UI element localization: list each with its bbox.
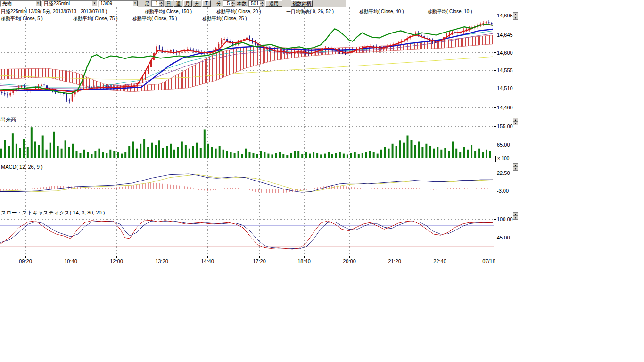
minute-label: 分 — [215, 0, 222, 7]
indicator-label: 移動平均( Close, 5 ) — [1, 16, 43, 22]
period-day-button[interactable]: 日 — [165, 0, 173, 7]
axis-label: 14,460 — [497, 105, 513, 110]
ashi-spinner[interactable]: 1 ▲▼ — [151, 0, 164, 7]
contract-value: 13/09 — [99, 1, 114, 6]
period-tick-button[interactable]: T — [202, 0, 211, 7]
macd-signal-line — [0, 175, 493, 192]
volume-panel-title: 出来高 — [0, 116, 16, 123]
spin-down-icon[interactable]: ▼ — [513, 16, 518, 20]
spin-up-icon[interactable]: ▲ — [513, 12, 518, 16]
spin-down-icon[interactable]: ▼ — [260, 4, 264, 7]
spin-down-icon[interactable]: ▼ — [513, 122, 518, 125]
spin-down-icon[interactable]: ▼ — [513, 216, 518, 220]
axis-label: 22.50 — [497, 170, 510, 176]
axis-label: 20:00 — [343, 258, 356, 264]
indicator-label: 移動平均( Close, 10 ) — [428, 8, 472, 15]
chart-title: 日経225mini 13/09( 5分, 2013/07/13 - 2013/0… — [1, 8, 107, 15]
indicator-label: 移動平均( Close, 75 ) — [132, 16, 177, 22]
indicator-label: 移動平均( Close, 20 ) — [216, 8, 261, 15]
period-minute-button[interactable]: 分 — [193, 0, 201, 7]
bars-spinner[interactable]: 501 ▲▼ — [248, 0, 264, 7]
price-axis-spinner[interactable]: ▲▼ — [513, 12, 518, 20]
indicator-label: 一目均衡表( 9, 26, 52 ) — [286, 8, 334, 15]
axis-label: 10:40 — [64, 258, 77, 264]
spin-down-icon[interactable]: ▼ — [231, 4, 235, 7]
spinner-arrows: ▲▼ — [260, 0, 264, 7]
axis-label: 22:40 — [433, 258, 446, 264]
bars-label: 本数 — [236, 0, 248, 7]
indicator-label: 移動平均( Close, 25 ) — [202, 16, 247, 22]
axis-label: -3.00 — [497, 188, 509, 194]
apply-button[interactable]: 適用 — [265, 0, 282, 7]
axis-label: 13:20 — [155, 258, 168, 264]
category-select[interactable]: 先物 ▼ — [0, 0, 41, 7]
macd-histogram — [1, 182, 487, 193]
stoch-percent-D — [0, 221, 493, 249]
axis-label: 14,600 — [497, 50, 513, 56]
volume-multiplier-badge: × 100 — [495, 156, 511, 162]
stoch-axis-spinner[interactable]: ▲▼ — [513, 212, 518, 220]
dropdown-arrow-icon[interactable]: ▼ — [132, 1, 138, 6]
dropdown-arrow-icon[interactable]: ▼ — [92, 1, 97, 6]
ashi-value: 1 — [151, 0, 159, 7]
volume-bars — [0, 127, 491, 158]
spinner-arrows: ▲▼ — [159, 0, 164, 7]
spin-down-icon[interactable]: ▼ — [159, 4, 164, 7]
axis-label: 09:20 — [19, 258, 32, 264]
indicator-label: 移動平均( Close, 40 ) — [359, 8, 404, 15]
indicator-label: 移動平均( Close, 150 ) — [145, 8, 192, 15]
symbol-select[interactable]: 日経225mini ▼ — [42, 0, 98, 7]
spin-up-icon[interactable]: ▲ — [513, 163, 518, 167]
axis-label: 07/18 — [482, 258, 495, 264]
axis-label: 155.00 — [497, 123, 513, 129]
axis-label: 14:40 — [201, 258, 214, 264]
axis-label: 17:20 — [253, 258, 266, 264]
spin-up-icon[interactable]: ▲ — [513, 118, 518, 122]
macd-line — [0, 174, 493, 192]
ashi-label: 足 — [144, 0, 150, 7]
dropdown-arrow-icon[interactable]: ▼ — [35, 1, 41, 6]
axis-label: 21:20 — [388, 258, 401, 264]
macd-panel-title: MACD( 12, 26, 9 ) — [1, 164, 43, 170]
volume-axis-spinner[interactable]: ▲▼ — [513, 118, 518, 125]
chart-canvas[interactable] — [0, 0, 519, 271]
macd-axis-spinner[interactable]: ▲▼ — [513, 163, 518, 171]
axis-label: 14,510 — [497, 85, 513, 91]
axis-label: 14,695 — [497, 13, 513, 18]
minute-spinner[interactable]: 5 ▲▼ — [223, 0, 235, 7]
period-month-button[interactable]: 月 — [183, 0, 192, 7]
axis-label: 14,555 — [497, 67, 513, 73]
stoch-panel-title: スロー・ストキャスティクス( 14, 3, 80, 20 ) — [1, 209, 105, 216]
bars-value: 501 — [248, 0, 260, 7]
spin-up-icon[interactable]: ▲ — [513, 212, 518, 216]
multi-symbol-button[interactable]: 複数銘柄 — [291, 0, 313, 7]
category-value: 先物 — [1, 1, 13, 6]
spin-down-icon[interactable]: ▼ — [513, 167, 518, 171]
axis-label: 65.00 — [497, 142, 510, 148]
toolbar: 先物 ▼ 日経225mini ▼ 13/09 ▼ 足 1 ▲▼ 日 週 月 分 … — [0, 0, 346, 7]
axis-label: 14,645 — [497, 32, 513, 38]
chart-window: 先物 ▼ 日経225mini ▼ 13/09 ▼ 足 1 ▲▼ 日 週 月 分 … — [0, 0, 644, 362]
axis-label: 45.00 — [497, 235, 510, 240]
stoch-percent-K — [0, 220, 493, 249]
contract-select[interactable]: 13/09 ▼ — [99, 0, 138, 7]
spinner-arrows: ▲▼ — [231, 0, 235, 7]
period-week-button[interactable]: 週 — [174, 0, 182, 7]
axis-label: 100.00 — [497, 216, 513, 222]
symbol-value: 日経225mini — [42, 1, 71, 6]
minute-value: 5 — [223, 0, 231, 7]
indicator-label: 移動平均( Close, 75 ) — [73, 16, 117, 22]
axis-label: 18:40 — [297, 258, 311, 264]
axis-label: 12:00 — [110, 258, 123, 264]
